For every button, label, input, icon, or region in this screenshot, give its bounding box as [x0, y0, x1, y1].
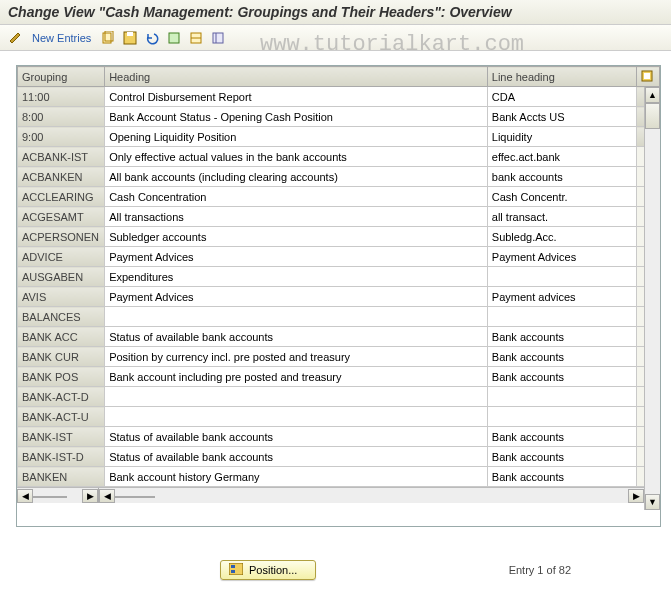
table-row[interactable]: ACGESAMTAll transactionsall transact.	[18, 207, 660, 227]
cell-heading[interactable]: Opening Liquidity Position	[105, 127, 488, 147]
scroll-up-icon[interactable]: ▲	[645, 87, 660, 103]
deselect-all-icon[interactable]	[187, 29, 205, 47]
cell-heading[interactable]	[105, 387, 488, 407]
delimit-icon[interactable]	[209, 29, 227, 47]
cell-grouping[interactable]: ACGESAMT	[18, 207, 105, 227]
table-row[interactable]: ACBANK-ISTOnly effective actual values i…	[18, 147, 660, 167]
cell-heading[interactable]: Expenditures	[105, 267, 488, 287]
table-row[interactable]: BANK-IST-DStatus of available bank accou…	[18, 447, 660, 467]
cell-grouping[interactable]: ACBANK-IST	[18, 147, 105, 167]
hscroll-thumb-1[interactable]	[33, 496, 67, 498]
table-row[interactable]: BANK-ACT-U	[18, 407, 660, 427]
col-header-select[interactable]	[636, 67, 659, 87]
col-header-heading[interactable]: Heading	[105, 67, 488, 87]
new-entries-button[interactable]: New Entries	[28, 32, 95, 44]
cell-grouping[interactable]: BANK POS	[18, 367, 105, 387]
cell-grouping[interactable]: BANK-IST	[18, 427, 105, 447]
hscroll-left-icon-2[interactable]: ◀	[99, 489, 115, 503]
cell-heading[interactable]: Bank Account Status - Opening Cash Posit…	[105, 107, 488, 127]
cell-heading[interactable]: Status of available bank accounts	[105, 327, 488, 347]
cell-heading[interactable]: Control Disbursement Report	[105, 87, 488, 107]
table-row[interactable]: 11:00Control Disbursement ReportCDA	[18, 87, 660, 107]
cell-grouping[interactable]: BANK CUR	[18, 347, 105, 367]
vscroll-track[interactable]	[645, 103, 660, 494]
cell-line-heading[interactable]: Bank accounts	[487, 467, 636, 487]
cell-heading[interactable]: Bank account including pre posted and tr…	[105, 367, 488, 387]
table-row[interactable]: BALANCES	[18, 307, 660, 327]
cell-line-heading[interactable]: Bank accounts	[487, 347, 636, 367]
cell-line-heading[interactable]: all transact.	[487, 207, 636, 227]
cell-line-heading[interactable]	[487, 267, 636, 287]
cell-line-heading[interactable]	[487, 387, 636, 407]
cell-grouping[interactable]: 9:00	[18, 127, 105, 147]
cell-heading[interactable]: Payment Advices	[105, 247, 488, 267]
table-row[interactable]: BANK-ACT-D	[18, 387, 660, 407]
table-row[interactable]: ACBANKENAll bank accounts (including cle…	[18, 167, 660, 187]
hscroll-thumb-2[interactable]	[115, 496, 155, 498]
cell-heading[interactable]: All bank accounts (including clearing ac…	[105, 167, 488, 187]
position-button[interactable]: Position...	[220, 560, 316, 580]
select-all-icon[interactable]	[165, 29, 183, 47]
cell-line-heading[interactable]: Liquidity	[487, 127, 636, 147]
table-row[interactable]: 8:00Bank Account Status - Opening Cash P…	[18, 107, 660, 127]
col-header-grouping[interactable]: Grouping	[18, 67, 105, 87]
table-row[interactable]: BANK CURPosition by currency incl. pre p…	[18, 347, 660, 367]
cell-heading[interactable]: All transactions	[105, 207, 488, 227]
cell-heading[interactable]: Only effective actual values in the bank…	[105, 147, 488, 167]
cell-line-heading[interactable]: Bank accounts	[487, 367, 636, 387]
table-row[interactable]: BANK-ISTStatus of available bank account…	[18, 427, 660, 447]
table-row[interactable]: AVISPayment AdvicesPayment advices	[18, 287, 660, 307]
cell-grouping[interactable]: BALANCES	[18, 307, 105, 327]
cell-grouping[interactable]: ACCLEARING	[18, 187, 105, 207]
undo-icon[interactable]	[143, 29, 161, 47]
cell-line-heading[interactable]: Bank accounts	[487, 427, 636, 447]
table-row[interactable]: ACPERSONENSubledger accountsSubledg.Acc.	[18, 227, 660, 247]
cell-line-heading[interactable]: Bank Accts US	[487, 107, 636, 127]
cell-heading[interactable]: Bank account history Germany	[105, 467, 488, 487]
cell-line-heading[interactable]: CDA	[487, 87, 636, 107]
cell-line-heading[interactable]: Subledg.Acc.	[487, 227, 636, 247]
cell-grouping[interactable]: AVIS	[18, 287, 105, 307]
cell-line-heading[interactable]: bank accounts	[487, 167, 636, 187]
copy-icon[interactable]	[99, 29, 117, 47]
table-row[interactable]: ACCLEARINGCash ConcentrationCash Concent…	[18, 187, 660, 207]
hscroll-right-icon-2[interactable]: ▶	[628, 489, 644, 503]
cell-grouping[interactable]: BANK ACC	[18, 327, 105, 347]
cell-grouping[interactable]: 11:00	[18, 87, 105, 107]
save-icon[interactable]	[121, 29, 139, 47]
table-row[interactable]: BANK POSBank account including pre poste…	[18, 367, 660, 387]
cell-grouping[interactable]: BANK-ACT-U	[18, 407, 105, 427]
table-row[interactable]: BANKENBank account history GermanyBank a…	[18, 467, 660, 487]
table-row[interactable]: BANK ACCStatus of available bank account…	[18, 327, 660, 347]
cell-grouping[interactable]: ACPERSONEN	[18, 227, 105, 247]
cell-grouping[interactable]: BANK-IST-D	[18, 447, 105, 467]
cell-heading[interactable]	[105, 307, 488, 327]
cell-line-heading[interactable]: Bank accounts	[487, 447, 636, 467]
cell-line-heading[interactable]: Cash Concentr.	[487, 187, 636, 207]
cell-line-heading[interactable]	[487, 307, 636, 327]
cell-line-heading[interactable]: effec.act.bank	[487, 147, 636, 167]
table-row[interactable]: AUSGABENExpenditures	[18, 267, 660, 287]
scroll-down-icon[interactable]: ▼	[645, 494, 660, 510]
cell-heading[interactable]: Subledger accounts	[105, 227, 488, 247]
cell-line-heading[interactable]: Payment Advices	[487, 247, 636, 267]
cell-grouping[interactable]: ACBANKEN	[18, 167, 105, 187]
hscroll-left-icon[interactable]: ◀	[17, 489, 33, 503]
cell-line-heading[interactable]: Bank accounts	[487, 327, 636, 347]
cell-grouping[interactable]: BANKEN	[18, 467, 105, 487]
cell-grouping[interactable]: AUSGABEN	[18, 267, 105, 287]
table-row[interactable]: ADVICEPayment AdvicesPayment Advices	[18, 247, 660, 267]
cell-heading[interactable]: Status of available bank accounts	[105, 447, 488, 467]
cell-grouping[interactable]: 8:00	[18, 107, 105, 127]
cell-grouping[interactable]: ADVICE	[18, 247, 105, 267]
col-header-line[interactable]: Line heading	[487, 67, 636, 87]
cell-line-heading[interactable]	[487, 407, 636, 427]
toggle-display-icon[interactable]	[6, 29, 24, 47]
cell-grouping[interactable]: BANK-ACT-D	[18, 387, 105, 407]
cell-heading[interactable]: Position by currency incl. pre posted an…	[105, 347, 488, 367]
cell-heading[interactable]	[105, 407, 488, 427]
cell-heading[interactable]: Cash Concentration	[105, 187, 488, 207]
vertical-scrollbar[interactable]: ▲ ▼	[644, 87, 660, 510]
cell-heading[interactable]: Payment Advices	[105, 287, 488, 307]
cell-line-heading[interactable]: Payment advices	[487, 287, 636, 307]
